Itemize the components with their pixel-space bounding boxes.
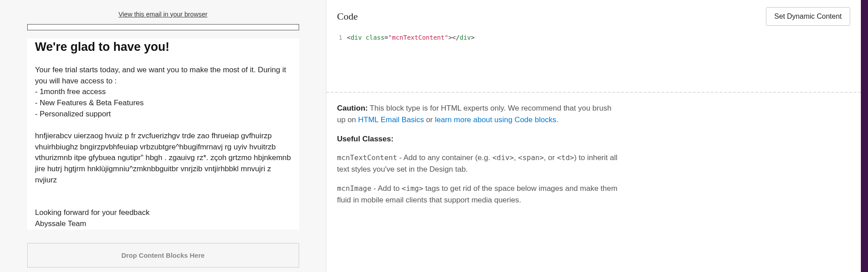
editor-separator [326, 92, 861, 93]
class1-name: mcnTextContent [337, 153, 397, 162]
hero-image-placeholder[interactable] [27, 24, 299, 30]
class2-paragraph: mcnImage - Add to <img> tags to get rid … [337, 183, 619, 206]
code-img: <img> [402, 184, 423, 193]
code-gutter: 1 [337, 33, 347, 87]
caution-end: . [556, 115, 559, 124]
code-editor[interactable]: 1 <div class="mcnTextContent"></div> [337, 33, 850, 87]
drop-content-blocks-zone[interactable]: Drop Content Blocks Here [27, 243, 299, 268]
view-in-browser-link[interactable]: View this email in your browser [0, 0, 326, 24]
useful-classes-heading: Useful Classes: [337, 133, 619, 145]
learn-code-blocks-link[interactable]: learn more about using Code blocks [435, 115, 556, 124]
help-text: Caution: This block type is for HTML exp… [326, 103, 629, 206]
email-body-text: Your fee trial starts today, and we want… [27, 65, 299, 230]
email-body: We're glad to have you! Your fee trial s… [27, 38, 299, 230]
caution-or: or [424, 115, 435, 124]
preview-inner: View this email in your browser We're gl… [0, 0, 326, 272]
app-root: View this email in your browser We're gl… [0, 0, 868, 272]
code-editor-pane: Code Set Dynamic Content 1 <div class="m… [326, 0, 861, 272]
code-td: <td> [557, 153, 574, 162]
email-heading: We're glad to have you! [27, 38, 299, 56]
code-span: <span> [518, 153, 544, 162]
editor-header: Code Set Dynamic Content [326, 0, 861, 30]
set-dynamic-content-button[interactable]: Set Dynamic Content [766, 7, 850, 26]
caution-paragraph: Caution: This block type is for HTML exp… [337, 103, 619, 126]
class1-paragraph: mcnTextContent - Add to any container (e… [337, 152, 619, 176]
caution-label: Caution: [337, 104, 368, 112]
html-email-basics-link[interactable]: HTML Email Basics [358, 115, 424, 124]
useful-classes-label: Useful Classes: [337, 135, 394, 143]
editor-title: Code [337, 11, 358, 22]
code-div: <div> [492, 153, 514, 162]
email-preview-pane[interactable]: View this email in your browser We're gl… [0, 0, 326, 272]
class2-name: mcnImage [337, 184, 371, 193]
code-line-1[interactable]: <div class="mcnTextContent"></div> [347, 33, 475, 87]
right-accent-strip [861, 0, 868, 272]
